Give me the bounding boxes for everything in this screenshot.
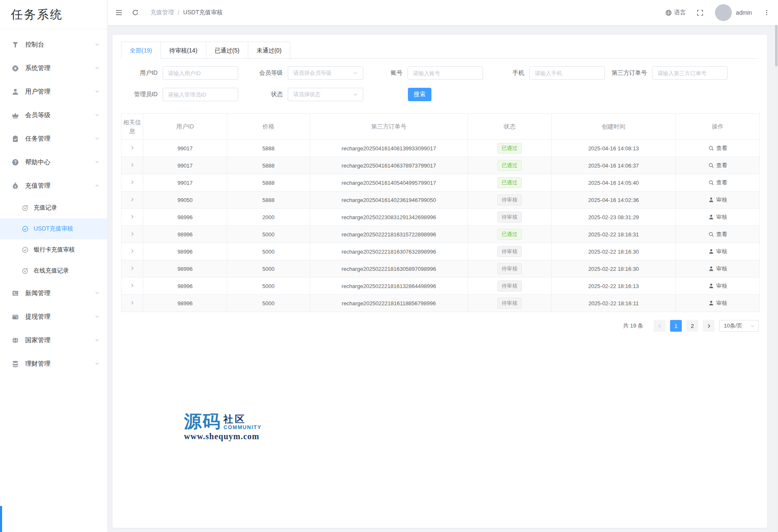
row-expand-icon[interactable] [130, 283, 135, 288]
filter-member-level: 会员等级 请选择会员等级 [258, 66, 363, 80]
row-action-button[interactable]: 查看 [708, 231, 727, 238]
row-action-button[interactable]: 查看 [708, 144, 727, 152]
pagination-page-2[interactable]: 2 [686, 320, 698, 332]
check-circle-icon [22, 225, 29, 232]
magnifier-icon [708, 180, 714, 186]
row-action-button[interactable]: 审核 [708, 213, 727, 221]
chevron-down-icon [750, 324, 755, 328]
avatar[interactable] [715, 4, 732, 21]
cell-order-no: recharge202504161402361946799050 [310, 191, 468, 209]
row-expand-icon[interactable] [130, 180, 135, 185]
yen-circle-icon: ¥ [22, 267, 29, 274]
row-action-button[interactable]: 审核 [708, 196, 727, 204]
cell-created-at: 2025-02-22 18:16:30 [552, 260, 676, 278]
tab-all[interactable]: 全部(19) [121, 42, 160, 59]
filter-user-id: 用户ID [121, 66, 238, 80]
sidebar-item-member-level[interactable]: 会员等级 [0, 103, 107, 127]
page-size-select[interactable]: 10条/页 [719, 320, 759, 332]
content: 全部(19) 待审核(14) 已通过(5) 未通过(0) 用户ID 会员等级 请… [108, 25, 778, 532]
table-row: 98996 2000 recharge202502230831291342698… [121, 209, 760, 226]
status-select[interactable]: 请选择状态 [288, 88, 363, 101]
yen-circle-icon: ¥ [22, 204, 29, 211]
watermark-brand-sub: 社区 [223, 414, 262, 425]
crown-icon [12, 112, 19, 119]
pagination-prev-button[interactable] [654, 320, 665, 332]
pagination-total: 共 19 条 [623, 322, 643, 330]
sidebar-subitem-bankcard-audit[interactable]: 银行卡充值审核 [0, 239, 107, 260]
row-expand-icon[interactable] [130, 197, 135, 202]
sidebar-subitem-recharge-records[interactable]: ¥ 充值记录 [0, 197, 107, 218]
row-action-button[interactable]: 查看 [708, 162, 727, 169]
order-no-input[interactable] [652, 66, 728, 80]
search-button[interactable]: 搜索 [408, 88, 431, 101]
page-scrollbar[interactable] [775, 0, 778, 532]
fullscreen-icon[interactable] [697, 10, 703, 16]
phone-input[interactable] [529, 66, 605, 80]
row-expand-icon[interactable] [130, 300, 135, 305]
row-expand-icon[interactable] [130, 231, 135, 236]
refresh-icon[interactable] [132, 9, 139, 16]
sidebar-item-users[interactable]: 用户管理 [0, 80, 107, 103]
recharge-table: 相关信息 用户ID 价格 第三方订单号 状态 创建时间 操作 99017 [121, 113, 760, 312]
filter-admin-id: 管理员ID [121, 88, 238, 101]
cell-price: 5888 [227, 157, 310, 174]
status-badge: 已通过 [497, 229, 522, 240]
hamburger-menu-icon[interactable] [115, 9, 123, 16]
page-size-label: 10条/页 [724, 322, 742, 330]
username-label[interactable]: admin [736, 9, 752, 16]
sidebar-subitem-usdt-audit[interactable]: USDT充值审核 [0, 218, 107, 239]
status-badge: 待审核 [497, 280, 522, 291]
filter-label: 会员等级 [258, 69, 283, 77]
sidebar-item-label: 用户管理 [25, 88, 50, 96]
sidebar-item-recharge[interactable]: ¥ 充值管理 [0, 174, 107, 197]
account-input[interactable] [407, 66, 483, 80]
sidebar-subitem-online-recharge[interactable]: ¥ 在线充值记录 [0, 260, 107, 281]
user-id-input[interactable] [163, 66, 238, 80]
pagination-next-button[interactable] [703, 320, 715, 332]
magnifier-icon [708, 162, 714, 168]
sidebar-item-tasks[interactable]: 任务管理 [0, 127, 107, 150]
language-label: 语言 [674, 9, 686, 16]
magnifier-icon [708, 145, 714, 151]
language-button[interactable]: 语言 [665, 9, 686, 16]
sidebar-item-label: 会员等级 [25, 111, 50, 119]
tab-rejected[interactable]: 未通过(0) [248, 42, 290, 58]
sidebar-item-system[interactable]: 系统管理 [0, 56, 107, 80]
sidebar-item-label: 充值管理 [25, 182, 50, 190]
row-action-button[interactable]: 审核 [708, 299, 727, 307]
member-level-select[interactable]: 请选择会员等级 [288, 66, 363, 80]
sidebar-subitem-label: 在线充值记录 [34, 267, 69, 275]
row-action-button[interactable]: 审核 [708, 248, 727, 255]
action-label: 查看 [716, 162, 727, 169]
row-expand-icon[interactable] [130, 249, 135, 254]
chevron-down-icon [95, 361, 100, 366]
admin-id-input[interactable] [163, 88, 238, 101]
more-options-icon[interactable] [764, 9, 770, 16]
sidebar-item-finance[interactable]: 理财管理 [0, 352, 107, 375]
pagination-page-1[interactable]: 1 [670, 320, 682, 332]
tab-pending[interactable]: 待审核(14) [160, 42, 206, 58]
cell-created-at: 2025-02-23 08:31:29 [552, 209, 676, 226]
row-expand-icon[interactable] [130, 266, 135, 271]
cell-order-no: recharge202502221816305897098996 [310, 260, 468, 278]
cell-order-no: recharge202502221816118856798996 [310, 295, 468, 312]
tab-approved[interactable]: 已通过(5) [206, 42, 248, 58]
sidebar-item-countries[interactable]: 国家管理 [0, 328, 107, 352]
sidebar-scrollbar-thumb[interactable] [0, 506, 2, 532]
sidebar-item-news[interactable]: 新闻管理 [0, 281, 107, 305]
cell-created-at: 2025-04-16 14:05:40 [552, 174, 676, 191]
row-expand-icon[interactable] [130, 162, 135, 168]
sidebar-item-label: 国家管理 [25, 336, 50, 344]
row-action-button[interactable]: 审核 [708, 282, 727, 290]
chevron-down-icon [95, 66, 100, 71]
row-expand-icon[interactable] [130, 145, 135, 150]
row-action-button[interactable]: 审核 [708, 265, 727, 273]
sidebar-item-console[interactable]: 控制台 [0, 33, 107, 56]
table-row: 98996 5000 recharge202502221816307632898… [121, 243, 760, 260]
row-action-button[interactable]: 查看 [708, 179, 727, 186]
row-expand-icon[interactable] [130, 214, 135, 219]
sidebar-item-withdraw[interactable]: 提现管理 [0, 305, 107, 328]
breadcrumb-recharge[interactable]: 充值管理 [150, 9, 174, 16]
status-tabs: 全部(19) 待审核(14) 已通过(5) 未通过(0) [121, 42, 759, 59]
sidebar-item-help-center[interactable]: ? 帮助中心 [0, 150, 107, 174]
